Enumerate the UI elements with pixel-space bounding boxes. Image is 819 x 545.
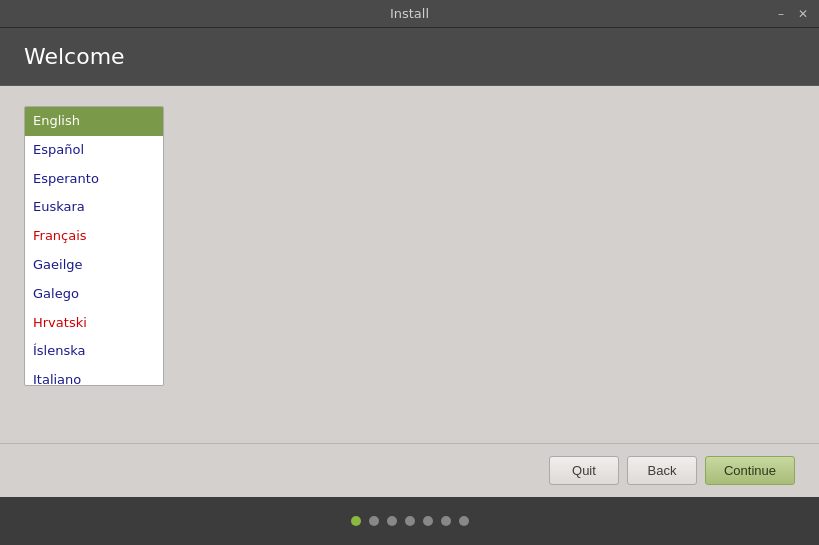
main-content: EnglishEspañolEsperantoEuskaraFrançaisGa… — [0, 86, 819, 443]
language-item-galego[interactable]: Galego — [25, 280, 163, 309]
language-item-english[interactable]: English — [25, 107, 163, 136]
page-title: Welcome — [24, 44, 125, 69]
language-item-espanol[interactable]: Español — [25, 136, 163, 165]
minimize-button[interactable]: – — [773, 6, 789, 22]
language-item-euskara[interactable]: Euskara — [25, 193, 163, 222]
progress-dot-2 — [387, 516, 397, 526]
quit-button[interactable]: Quit — [549, 456, 619, 485]
progress-dot-5 — [441, 516, 451, 526]
progress-dot-3 — [405, 516, 415, 526]
language-list[interactable]: EnglishEspañolEsperantoEuskaraFrançaisGa… — [24, 106, 164, 386]
progress-dot-4 — [423, 516, 433, 526]
language-item-islenska[interactable]: Íslenska — [25, 337, 163, 366]
header: Welcome — [0, 28, 819, 86]
titlebar: Install – ✕ — [0, 0, 819, 28]
progress-dot-1 — [369, 516, 379, 526]
window-title: Install — [390, 6, 429, 21]
language-item-francais[interactable]: Français — [25, 222, 163, 251]
progress-dot-0 — [351, 516, 361, 526]
language-item-esperanto[interactable]: Esperanto — [25, 165, 163, 194]
close-button[interactable]: ✕ — [795, 6, 811, 22]
back-button[interactable]: Back — [627, 456, 697, 485]
button-bar: Quit Back Continue — [0, 443, 819, 497]
language-item-hrvatski[interactable]: Hrvatski — [25, 309, 163, 338]
language-item-gaeilge[interactable]: Gaeilge — [25, 251, 163, 280]
language-item-italiano[interactable]: Italiano — [25, 366, 163, 386]
window-controls: – ✕ — [773, 6, 811, 22]
progress-dots — [0, 497, 819, 545]
continue-button[interactable]: Continue — [705, 456, 795, 485]
progress-dot-6 — [459, 516, 469, 526]
